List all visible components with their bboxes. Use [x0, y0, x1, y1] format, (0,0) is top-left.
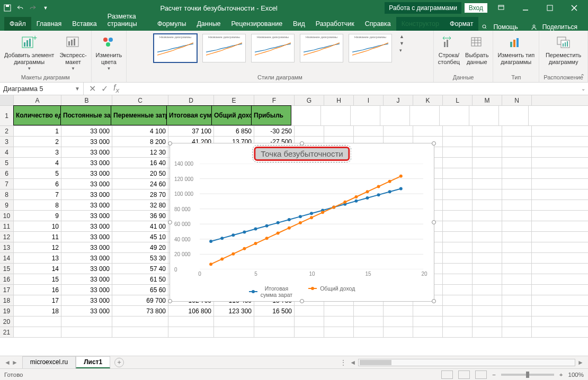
cell[interactable]: [443, 274, 473, 284]
tab-Главная[interactable]: Главная: [31, 17, 67, 31]
minimize-icon[interactable]: [515, 0, 536, 16]
change-chart-type-button[interactable]: Изменить тип диаграммы: [497, 34, 534, 65]
cell[interactable]: [502, 147, 532, 157]
cell[interactable]: [502, 158, 532, 168]
tab-Вставка[interactable]: Вставка: [67, 17, 102, 31]
cell[interactable]: [384, 327, 413, 337]
row-header[interactable]: 3: [0, 137, 14, 147]
cell[interactable]: [384, 306, 413, 316]
column-header[interactable]: G: [295, 95, 324, 105]
signin-button[interactable]: Вход: [465, 3, 487, 13]
sheet-tab[interactable]: microexcel.ru: [22, 356, 76, 368]
cell[interactable]: [413, 327, 443, 337]
cell[interactable]: [324, 306, 354, 316]
chevron-down-icon[interactable]: ▼: [75, 86, 80, 92]
cell[interactable]: 7: [14, 189, 61, 200]
cell[interactable]: [380, 106, 410, 125]
cell[interactable]: 4: [14, 158, 61, 168]
cell[interactable]: [443, 295, 473, 305]
cell[interactable]: [354, 306, 384, 316]
cell[interactable]: [443, 264, 473, 274]
cell[interactable]: 8 200: [112, 137, 168, 147]
cell[interactable]: [324, 327, 354, 337]
row-header[interactable]: 13: [0, 242, 14, 252]
cell[interactable]: 33 000: [61, 285, 112, 295]
cell[interactable]: [413, 126, 443, 136]
cell[interactable]: 33 000: [61, 242, 112, 252]
cell[interactable]: [214, 316, 254, 327]
row-header[interactable]: 20: [0, 316, 14, 327]
cell[interactable]: [473, 147, 502, 157]
cell[interactable]: [473, 200, 502, 210]
cell[interactable]: [354, 126, 384, 136]
cell[interactable]: [502, 179, 532, 189]
cell[interactable]: 28 70: [112, 189, 168, 200]
cell[interactable]: [499, 106, 529, 125]
share-button[interactable]: Поделиться: [528, 23, 584, 31]
cell[interactable]: [502, 295, 532, 305]
cell[interactable]: [112, 316, 168, 327]
cell[interactable]: [324, 126, 354, 136]
cell[interactable]: 33 000: [61, 168, 112, 178]
collapse-ribbon-icon[interactable]: ⌃: [580, 73, 585, 80]
close-icon[interactable]: [564, 0, 585, 16]
tab-format[interactable]: Формат: [444, 17, 478, 31]
cell[interactable]: [354, 316, 384, 327]
cell[interactable]: [443, 232, 473, 242]
row-header[interactable]: 1: [0, 106, 14, 125]
cell[interactable]: 16 40: [112, 158, 168, 168]
column-header[interactable]: J: [384, 95, 413, 105]
cell[interactable]: 33 000: [61, 147, 112, 157]
cell[interactable]: [254, 316, 295, 327]
cancel-formula-icon[interactable]: ✕: [89, 84, 96, 94]
column-header[interactable]: B: [61, 95, 112, 105]
cell[interactable]: -30 250: [254, 126, 295, 136]
formula-input[interactable]: [124, 83, 578, 95]
cell[interactable]: [254, 327, 295, 337]
select-all-cell[interactable]: [0, 95, 14, 105]
chart-style-4[interactable]: Название диаграммы: [300, 34, 343, 62]
cell[interactable]: 61 50: [112, 274, 168, 284]
cell[interactable]: 33 000: [61, 189, 112, 200]
row-header[interactable]: 18: [0, 295, 14, 305]
cell[interactable]: [443, 242, 473, 252]
cell[interactable]: [324, 316, 354, 327]
cell[interactable]: [473, 189, 502, 200]
cell[interactable]: [112, 327, 168, 337]
view-page-break-icon[interactable]: [475, 370, 487, 379]
cell[interactable]: [14, 327, 61, 337]
cell[interactable]: [502, 285, 532, 295]
tell-me[interactable]: Помощь: [478, 23, 524, 31]
chart-style-1[interactable]: Название диаграммы: [154, 34, 197, 62]
cell[interactable]: [443, 168, 473, 178]
undo-icon[interactable]: [16, 4, 24, 12]
column-header[interactable]: C: [112, 95, 168, 105]
cell[interactable]: [473, 253, 502, 263]
cell[interactable]: 20 50: [112, 168, 168, 178]
fx-icon[interactable]: fx: [113, 83, 119, 94]
switch-row-column-button[interactable]: Строка/ столбец: [438, 34, 460, 65]
cell[interactable]: [473, 242, 502, 252]
cell[interactable]: 32 80: [112, 200, 168, 210]
cell[interactable]: [473, 179, 502, 189]
cell[interactable]: [168, 327, 214, 337]
cell[interactable]: [473, 158, 502, 168]
column-header[interactable]: F: [254, 95, 295, 105]
cell[interactable]: [443, 126, 473, 136]
cell[interactable]: [502, 189, 532, 200]
ribbon-options-icon[interactable]: [491, 0, 512, 16]
cell[interactable]: 4 100: [112, 126, 168, 136]
chart-plot-area[interactable]: [200, 164, 423, 269]
cell[interactable]: [502, 253, 532, 263]
cell[interactable]: 8: [14, 200, 61, 210]
row-header[interactable]: 19: [0, 306, 14, 316]
name-box[interactable]: Диаграмма 5 ▼: [0, 83, 84, 95]
view-normal-icon[interactable]: [441, 370, 453, 379]
cell[interactable]: [351, 106, 380, 125]
cell[interactable]: 33 000: [61, 126, 112, 136]
row-header[interactable]: 12: [0, 232, 14, 242]
row-header[interactable]: 4: [0, 147, 14, 157]
cell[interactable]: 18: [14, 306, 61, 316]
cell[interactable]: 6: [14, 179, 61, 189]
chart-object[interactable]: Точка безубыточности Итоговая сумма зара…: [170, 143, 434, 302]
